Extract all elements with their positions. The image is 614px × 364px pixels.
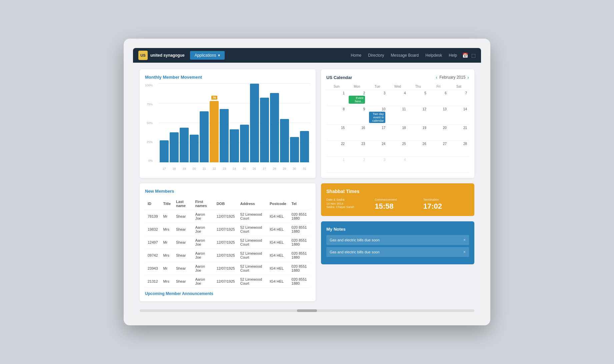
cal-day-17[interactable]: 17 xyxy=(367,125,387,141)
cal-day-8[interactable]: 8 xyxy=(326,106,347,125)
member-row-23943[interactable]: 23943 Mr Shear Aaron Joe 12/07/1925 52 L… xyxy=(145,262,310,275)
applications-button[interactable]: Applications ▾ xyxy=(190,51,225,60)
bar-30 xyxy=(290,84,299,162)
cal-day-4[interactable]: 4 xyxy=(387,90,408,106)
cal-day-7[interactable]: 7 xyxy=(449,90,469,106)
main-content: Monthly Member Movement 100% 75% 50% 25%… xyxy=(133,63,481,308)
cal-day-9[interactable]: 9 xyxy=(347,106,367,125)
cal-week-2: 8 9 10Two day event in calendar 11 12 13… xyxy=(326,106,469,125)
member-row-78139[interactable]: 78139 Mr Shear Aaron Joe 12/07/1925 52 L… xyxy=(145,210,310,223)
x-21: 21 xyxy=(200,167,209,170)
nav-message-board[interactable]: Message Board xyxy=(391,53,419,58)
cal-day-28[interactable]: 28 xyxy=(449,141,469,157)
bar-17 xyxy=(160,84,169,162)
shabbat-card: Shabbat Times Date & Sedra 14 Nov 2014 S… xyxy=(321,183,474,216)
shabbat-comm-label: Commencement xyxy=(375,198,420,201)
note-close-2[interactable]: × xyxy=(463,250,466,254)
cell-tel: 020 8551 1880 xyxy=(289,210,310,223)
scrollbar[interactable] xyxy=(140,309,474,312)
col-title: Title xyxy=(161,198,173,210)
x-30: 30 xyxy=(290,167,299,170)
cal-day-11[interactable]: 11 xyxy=(387,106,408,125)
calendar-next-button[interactable]: › xyxy=(467,75,469,80)
nav-directory[interactable]: Directory xyxy=(368,53,384,58)
cal-day-12[interactable]: 12 xyxy=(408,106,428,125)
upcoming-announcements-link[interactable]: Upcoming Member Announcements xyxy=(145,291,310,296)
col-tel: Tel xyxy=(289,198,310,210)
bar-19 xyxy=(180,84,189,162)
shabbat-comm-value: 15:58 xyxy=(375,202,420,211)
cal-day-25[interactable]: 25 xyxy=(387,141,408,157)
cal-header-fri: Fri xyxy=(428,83,449,90)
x-17: 17 xyxy=(160,167,169,170)
cal-day-14[interactable]: 14 xyxy=(449,106,469,125)
cal-day-22[interactable]: 22 xyxy=(326,141,347,157)
notes-title: My Notes xyxy=(326,227,469,232)
cal-day-24[interactable]: 24 xyxy=(367,141,387,157)
member-row-19832[interactable]: 19832 Mrs Shear Aaron Joe 12/07/1925 52 … xyxy=(145,223,310,236)
note-close-1[interactable]: × xyxy=(463,238,466,242)
member-row-09742[interactable]: 09742 Mrs Shear Aaron Joe 12/07/1925 52 … xyxy=(145,249,310,262)
bar-24 xyxy=(230,84,239,162)
chart-title: Monthly Member Movement xyxy=(145,75,310,80)
chart-y-labels: 100% 75% 50% 25% 0% xyxy=(145,84,155,162)
cal-empty-3 xyxy=(449,157,469,173)
cal-day-13[interactable]: 13 xyxy=(428,106,449,125)
event-two-day[interactable]: Two day event in calendar xyxy=(369,112,385,123)
shabbat-termination-section: Termination 17:02 xyxy=(423,198,469,211)
bar-20 xyxy=(190,84,199,162)
cell-address: 52 Limewood Court xyxy=(238,210,267,223)
screen: US united synagogue Applications ▾ Home … xyxy=(133,48,481,313)
cal-day-mar2[interactable]: 2 xyxy=(347,157,367,173)
cal-day-16[interactable]: 16 xyxy=(347,125,367,141)
cal-day-20[interactable]: 20 xyxy=(428,125,449,141)
cal-day-23[interactable]: 23 xyxy=(347,141,367,157)
nav-help[interactable]: Help xyxy=(449,53,457,58)
col-postcode: Postcode xyxy=(267,198,289,210)
members-card: New Members ID Title Last name First nam… xyxy=(140,183,316,301)
cal-day-mar1[interactable]: 1 xyxy=(326,157,347,173)
cal-day-3[interactable]: 3 xyxy=(367,90,387,106)
calendar-prev-button[interactable]: ‹ xyxy=(436,75,438,80)
bar-23 xyxy=(220,84,229,162)
cal-day-18[interactable]: 18 xyxy=(387,125,408,141)
logout-icon[interactable]: ⬚ xyxy=(471,53,476,58)
cal-day-19[interactable]: 19 xyxy=(408,125,428,141)
bar-22-label: 78 xyxy=(211,96,217,100)
cal-header-tue: Tue xyxy=(367,83,387,90)
nav-home[interactable]: Home xyxy=(351,53,361,58)
event-feb2[interactable]: Event here... xyxy=(349,96,365,104)
cell-first: Aaron Joe xyxy=(193,210,214,223)
cal-header-sun: Sun xyxy=(326,83,347,90)
cell-title: Mr xyxy=(161,210,173,223)
col-firstname: First names xyxy=(193,198,214,210)
cal-day-mar3[interactable]: 3 xyxy=(367,157,387,173)
cal-day-mar4[interactable]: 4 xyxy=(387,157,408,173)
logo-icon: US xyxy=(138,51,148,60)
cal-day-15[interactable]: 15 xyxy=(326,125,347,141)
member-row-21312[interactable]: 21312 Mrs Shear Aaron Joe 12/07/1925 52 … xyxy=(145,275,310,288)
note-item-1: Gas and electric bills due soon × xyxy=(326,235,469,245)
cal-day-26[interactable]: 26 xyxy=(408,141,428,157)
cal-day-2[interactable]: 2Event here... xyxy=(347,90,367,106)
cal-header-wed: Wed xyxy=(387,83,408,90)
member-row-12497[interactable]: 12497 Mr Shear Aaron Joe 12/07/1925 52 L… xyxy=(145,236,310,249)
cal-day-27[interactable]: 27 xyxy=(428,141,449,157)
scrollbar-thumb[interactable] xyxy=(297,309,317,312)
members-table: ID Title Last name First names DOB Addre… xyxy=(145,198,310,288)
calendar-grid: Sun Mon Tue Wed Thu Fri Sat 1 2Event her xyxy=(326,83,469,173)
x-28: 28 xyxy=(270,167,279,170)
bar-28 xyxy=(270,84,279,162)
bar-27 xyxy=(260,84,269,162)
cal-day-5[interactable]: 5 xyxy=(408,90,428,106)
bar-29 xyxy=(280,84,289,162)
calendar-icon[interactable]: 📅 xyxy=(462,53,468,58)
cal-day-10[interactable]: 10Two day event in calendar xyxy=(367,106,387,125)
cal-day-6[interactable]: 6 xyxy=(428,90,449,106)
cal-day-1[interactable]: 1 xyxy=(326,90,347,106)
nav-icons: 📅 ⬚ xyxy=(462,53,476,58)
cal-day-21[interactable]: 21 xyxy=(449,125,469,141)
nav-helpdesk[interactable]: Helpdesk xyxy=(425,53,442,58)
y-label-25: 25% xyxy=(147,140,153,144)
shabbat-date-value: 14 Nov 2014 xyxy=(326,202,372,205)
